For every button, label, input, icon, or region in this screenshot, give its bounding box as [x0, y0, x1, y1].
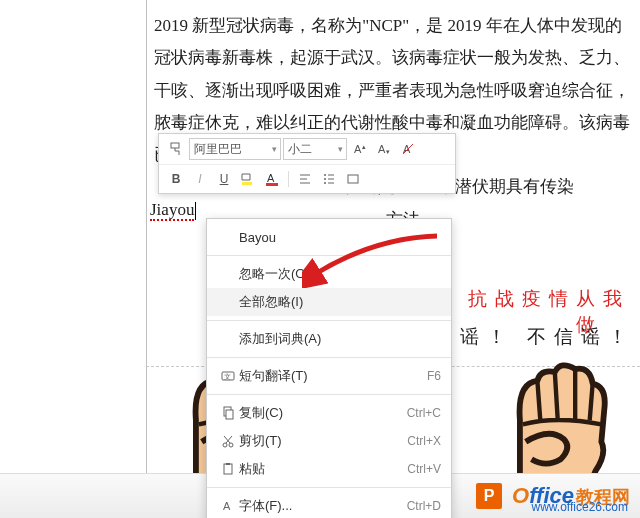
- svg-rect-28: [224, 464, 232, 474]
- svg-text:文: 文: [224, 373, 231, 380]
- translate-icon: 文: [217, 369, 239, 383]
- clear-format-icon[interactable]: A: [397, 139, 419, 159]
- svg-text:A: A: [267, 172, 275, 184]
- svg-rect-29: [226, 463, 230, 465]
- svg-point-24: [223, 443, 227, 447]
- ctx-ignore-all[interactable]: 全部忽略(I): [207, 288, 451, 316]
- copy-icon: [217, 406, 239, 420]
- watermark-url: www.office26.com: [532, 500, 629, 514]
- bullets-icon[interactable]: [318, 169, 340, 189]
- text-cursor: [195, 202, 196, 220]
- underline-icon[interactable]: U: [213, 169, 235, 189]
- ctx-add-dictionary[interactable]: 添加到词典(A): [207, 325, 451, 353]
- font-color-icon[interactable]: A: [261, 169, 283, 189]
- document-body: 2019 新型冠状病毒，名称为"NCP"，是 2019 年在人体中发现的冠状病毒…: [140, 0, 640, 236]
- font-family-select[interactable]: 阿里巴巴: [189, 138, 281, 160]
- svg-text:A: A: [378, 143, 386, 155]
- svg-text:▴: ▴: [362, 143, 366, 150]
- red-slogan-1: 抗战疫情: [468, 286, 576, 312]
- svg-rect-23: [226, 410, 233, 419]
- annotation-arrow: [302, 228, 442, 288]
- svg-rect-7: [242, 182, 252, 185]
- typed-line[interactable]: Jiayou: [150, 200, 197, 220]
- bold-icon[interactable]: B: [165, 169, 187, 189]
- align-icon[interactable]: [294, 169, 316, 189]
- svg-rect-9: [266, 183, 278, 186]
- ctx-translate[interactable]: 文 短句翻译(T) F6: [207, 362, 451, 390]
- cut-icon: [217, 434, 239, 448]
- font-size-select[interactable]: 小二: [283, 138, 347, 160]
- highlight-icon[interactable]: [237, 169, 259, 189]
- paste-icon: [217, 462, 239, 476]
- decrease-font-icon[interactable]: A▾: [373, 139, 395, 159]
- svg-point-13: [324, 174, 326, 176]
- svg-rect-0: [171, 143, 179, 148]
- spellcheck-error-word[interactable]: Jiayou: [150, 200, 194, 221]
- svg-text:▾: ▾: [386, 148, 390, 155]
- increase-font-icon[interactable]: A▴: [349, 139, 371, 159]
- svg-rect-19: [348, 175, 358, 183]
- font-icon: A: [217, 499, 239, 513]
- insert-icon[interactable]: [342, 169, 364, 189]
- italic-icon[interactable]: I: [189, 169, 211, 189]
- ctx-copy[interactable]: 复制(C) Ctrl+C: [207, 399, 451, 427]
- svg-text:A: A: [223, 500, 231, 512]
- svg-point-25: [229, 443, 233, 447]
- format-painter-icon[interactable]: [165, 139, 187, 159]
- watermark-logo: P: [476, 483, 502, 509]
- mini-format-toolbar: 阿里巴巴 小二 A▴ A▾ A B I U A: [158, 133, 456, 194]
- svg-text:A: A: [354, 143, 362, 155]
- svg-point-17: [324, 182, 326, 184]
- ctx-paste[interactable]: 粘贴 Ctrl+V: [207, 455, 451, 483]
- ctx-font[interactable]: A 字体(F)... Ctrl+D: [207, 492, 451, 518]
- svg-point-15: [324, 178, 326, 180]
- ctx-cut[interactable]: 剪切(T) Ctrl+X: [207, 427, 451, 455]
